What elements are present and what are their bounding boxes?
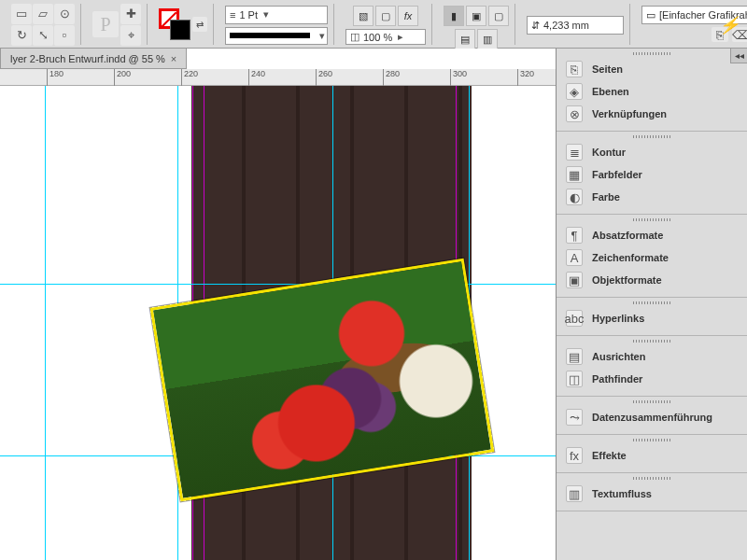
stroke-weight-value: 1 Pt xyxy=(239,9,258,21)
gap-control: ⇵ 4,233 mm xyxy=(521,4,630,45)
ruler-tick: 180 xyxy=(47,69,63,86)
panel-item-ausrichten[interactable]: ▤Ausrichten xyxy=(557,345,747,368)
document-tab[interactable]: lyer 2-Bruch Entwurf.indd @ 55 % × xyxy=(0,49,187,69)
panel-item-pathfinder[interactable]: ◫Pathfinder xyxy=(557,368,747,390)
panel-item-textumfluss[interactable]: ▥Textumfluss xyxy=(557,483,747,505)
drop-shadow-icon[interactable]: ▧ xyxy=(353,6,374,26)
scale-icon[interactable]: ⤡ xyxy=(33,25,53,46)
content-grabber-icon[interactable]: ⊙ xyxy=(54,4,75,24)
panel-item-label: Kontur xyxy=(592,147,626,158)
opacity-field[interactable]: ◫ 100 % ▸ xyxy=(345,29,426,45)
panel-item-ebenen[interactable]: ◈Ebenen xyxy=(557,80,747,103)
opacity-value: 100 % xyxy=(363,32,392,43)
ruler-tick: 240 xyxy=(248,69,265,86)
chevron-down-icon: ▸ xyxy=(396,31,405,43)
panel-item-farbfelder[interactable]: ▦Farbfelder xyxy=(557,163,747,186)
panel-item-label: Seiten xyxy=(592,63,623,75)
feather-icon[interactable]: ▢ xyxy=(375,6,396,26)
panel-item-objektformate[interactable]: ▣Objektformate xyxy=(557,269,747,291)
document-tab-title: lyer 2-Bruch Entwurf.indd @ 55 % xyxy=(10,53,165,64)
objektformate-icon: ▣ xyxy=(566,272,583,288)
ebenen-icon: ◈ xyxy=(566,83,583,100)
panel-group: fxEffekte xyxy=(557,435,747,473)
type-tool-icon[interactable]: P xyxy=(92,11,119,37)
ruler-tick: 200 xyxy=(114,69,131,86)
panel-item-label: Zeichenformate xyxy=(592,252,669,263)
canvas[interactable] xyxy=(0,86,556,560)
frame-style-icon: ▭ xyxy=(646,9,655,21)
panel-group: ▤Ausrichten◫Pathfinder xyxy=(557,336,747,397)
ruler-tick: 280 xyxy=(383,69,400,86)
quick-apply-icon[interactable]: ⚡ xyxy=(719,15,740,35)
panel-item-label: Datenzusammenführung xyxy=(592,412,712,423)
swap-swatch-icon[interactable]: ⇄ xyxy=(192,17,207,32)
wrap-shape-icon[interactable]: ▢ xyxy=(488,6,509,26)
hyperlinks-icon: abc xyxy=(566,310,583,327)
farbfelder-icon: ▦ xyxy=(566,166,583,183)
swatch-group: ⇄ xyxy=(153,4,214,45)
datenzusammenführung-icon: ⤳ xyxy=(566,409,583,426)
zeichenformate-icon: A xyxy=(566,249,583,266)
guide-horizontal[interactable] xyxy=(0,284,556,285)
panel-item-absatzformate[interactable]: ¶Absatzformate xyxy=(557,224,747,246)
panel-item-label: Effekte xyxy=(592,450,627,461)
wrap-none-icon[interactable]: ▮ xyxy=(444,6,464,26)
panel-group: abcHyperlinks xyxy=(557,298,747,336)
horizontal-ruler[interactable]: 180200220240260280300320 xyxy=(0,69,556,86)
panel-item-label: Farbe xyxy=(592,191,620,203)
absatzformate-icon: ¶ xyxy=(566,227,583,244)
panel-item-label: Verknüpfungen xyxy=(592,108,667,119)
gap-icon: ⇵ xyxy=(531,20,540,32)
close-icon[interactable]: × xyxy=(171,53,176,64)
panel-item-zeichenformate[interactable]: AZeichenformate xyxy=(557,246,747,269)
panel-group: ⤳Datenzusammenführung xyxy=(557,397,747,435)
panel-item-farbe[interactable]: ◐Farbe xyxy=(557,186,747,208)
stroke-style-field[interactable]: ▾ xyxy=(225,27,328,46)
gap-value: 4,233 mm xyxy=(543,20,589,31)
panel-item-effekte[interactable]: fxEffekte xyxy=(557,444,747,467)
stroke-preview-icon xyxy=(230,33,310,38)
panel-item-hyperlinks[interactable]: abcHyperlinks xyxy=(557,307,747,329)
ruler-tick: 300 xyxy=(450,69,467,86)
control-toolbar: ▭ ▱ ⊙ ↻ ⤡ ▫ P ✚ ⌖ ⇄ ≡ 1 Pt ▾ ▾ xyxy=(0,0,747,49)
kontur-icon: ≣ xyxy=(566,144,583,161)
collapse-panels-icon[interactable]: ◂◂ xyxy=(730,49,747,63)
wrap-next-icon[interactable]: ▥ xyxy=(477,29,498,49)
ausrichten-icon: ▤ xyxy=(566,348,583,365)
fill-stroke-swatch[interactable] xyxy=(159,8,190,40)
stroke-weight-field[interactable]: ≡ 1 Pt ▾ xyxy=(225,6,328,24)
panel-item-label: Absatzformate xyxy=(592,230,663,241)
panel-item-label: Hyperlinks xyxy=(592,313,644,324)
panel-group: ≣Kontur▦Farbfelder◐Farbe xyxy=(557,132,747,215)
seiten-icon: ⎘ xyxy=(566,61,583,77)
link-tool-icon[interactable]: ✚ xyxy=(120,4,141,24)
fill-swatch-icon xyxy=(170,20,190,40)
rotate-icon[interactable]: ↻ xyxy=(11,25,32,46)
ruler-tick: 320 xyxy=(517,69,534,86)
wrap-jump-icon[interactable]: ▤ xyxy=(455,29,475,49)
pathfinder-icon: ◫ xyxy=(566,371,583,387)
anchor-tool-icon[interactable]: ⌖ xyxy=(120,25,141,46)
panel-item-seiten[interactable]: ⎘Seiten xyxy=(557,58,747,80)
effects-controls: ▧ ▢ fx ◫ 100 % ▸ xyxy=(340,4,432,45)
fx-icon[interactable]: fx xyxy=(398,6,418,26)
panel-item-label: Ausrichten xyxy=(592,351,645,362)
panel-group: ¶AbsatzformateAZeichenformate▣Objektform… xyxy=(557,215,747,298)
ruler-tick: 220 xyxy=(181,69,198,86)
wrap-bounding-icon[interactable]: ▣ xyxy=(466,6,486,26)
panel-item-kontur[interactable]: ≣Kontur xyxy=(557,141,747,163)
textwrap-controls: ▮ ▣ ▢ ▤ ▥ xyxy=(438,4,515,45)
farbe-icon: ◐ xyxy=(566,189,583,205)
panel-item-label: Ebenen xyxy=(592,86,629,97)
panel-dock: ◂◂ ⎘Seiten◈Ebenen⊗Verknüpfungen≣Kontur▦F… xyxy=(556,49,747,560)
direct-select-icon[interactable]: ▱ xyxy=(33,4,53,24)
panel-item-datenzusammenführung[interactable]: ⤳Datenzusammenführung xyxy=(557,406,747,428)
page-tool-icon[interactable]: ▫ xyxy=(54,25,75,46)
panel-item-verknüpfungen[interactable]: ⊗Verknüpfungen xyxy=(557,103,747,125)
chevron-down-icon: ▾ xyxy=(317,30,327,42)
chevron-down-icon: ▾ xyxy=(261,8,271,21)
selection-tool-icon[interactable]: ▭ xyxy=(11,4,32,24)
guide-vertical[interactable] xyxy=(45,86,46,560)
panel-item-label: Textumfluss xyxy=(592,488,652,499)
gap-field[interactable]: ⇵ 4,233 mm xyxy=(527,16,624,35)
